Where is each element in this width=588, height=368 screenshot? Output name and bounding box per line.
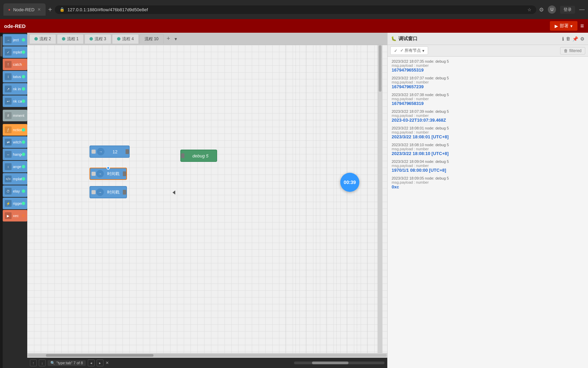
canvas-hscrollbar[interactable] [27,353,387,358]
user-icon[interactable]: U [548,5,556,14]
browser-tab[interactable]: ● Node-RED ✕ [3,3,46,16]
range-dot [22,165,25,168]
star-icon[interactable]: ☆ [527,7,532,12]
sidebar-item-delay[interactable]: ⏱ elay [3,185,27,197]
inject-arrow-icon: → [97,148,104,155]
lock-icon: 🔒 [60,7,65,12]
bottom-bar: ↑ ↓ 🔍 "type:tab" 7 of 8 ◂ ▸ ✕ [27,358,387,368]
switch-icon: ⇄ [5,139,12,145]
sidebar-item-linkcall-label: nk call [13,99,22,103]
panel-header: 🐛 调试窗口 ℹ 🗑 📌 ⚙ [388,33,588,45]
right-panel: 🐛 调试窗口 ℹ 🗑 📌 ⚙ ✓ ✓ 所有节点 ▾ 🗑 filtered 202… [387,33,588,368]
sidebar-item-status[interactable]: i tatus [3,71,27,82]
panel-clear-icon[interactable]: 🗑 [566,36,570,41]
comment-icon: # [5,112,12,119]
search-next-button[interactable]: ▸ [97,359,103,366]
canvas-vscrollbar[interactable] [378,45,382,353]
debug-value-1[interactable]: 1679479657239 [392,84,584,89]
sidebar-item-trigger[interactable]: ⚡ rigger [3,198,27,209]
tab-flow2[interactable]: 流程 2 [29,34,56,44]
inject-icon: → [5,36,12,43]
sidebar-item-function[interactable]: ƒ nction [3,124,27,136]
node-inject[interactable]: → 12 [89,145,130,158]
switch1-right-port [123,171,126,176]
filter-all-nodes-button[interactable]: ✓ ✓ 所有节点 ▾ [390,46,428,55]
add-tab-button[interactable]: + [164,35,173,43]
sidebar-item-linkcall[interactable]: ↩ nk call [3,95,27,107]
debug-value-4[interactable]: 2023/3/22 18:08:01 [UTC+8] [392,134,584,139]
bottom-hscroll[interactable] [294,362,385,364]
login-btn[interactable]: 登录 [560,6,575,14]
bottom-up-button[interactable]: ↑ [30,359,37,366]
debug-value-5[interactable]: 2023/3/22 18:08:10 [UTC+8] [392,151,584,156]
debug-entry-3: 2023/3/22 18:07:39 node: debug 5 msg.pay… [392,109,584,123]
debug-meta-0: 2023/3/22 18:07:35 node: debug 5 [392,59,584,63]
deploy-button[interactable]: ▶ 部署 ▾ [550,21,577,31]
browser-icons: ⚙ U 登录 — [539,5,585,14]
panel-info-icon[interactable]: ℹ [562,36,564,42]
tab-flow10[interactable]: 流程 10 [140,34,164,44]
search-text: "type:tab" 7 of 8 [56,361,83,365]
search-icon: 🔍 [50,361,55,365]
debug-value-0[interactable]: 1679479655319 [392,67,584,73]
sidebar-item-exec[interactable]: ▶ xec [3,210,27,221]
sidebar-item-complete[interactable]: ✓ mplete [3,46,27,58]
panel-toolbar: ✓ ✓ 所有节点 ▾ 🗑 filtered [388,45,588,57]
filtered-button[interactable]: 🗑 filtered [560,47,585,55]
canvas-hscroll-track [28,354,387,357]
address-bar[interactable]: 🔒 127.0.0.1:1880/#flow/476b817d9d50e8ef … [55,5,536,14]
panel-settings-icon[interactable]: ⚙ [580,36,585,42]
debug-payload-5: msg.payload : number [392,147,584,151]
tab-flow4[interactable]: 流程 4 [112,34,139,44]
panel-content: 2023/3/22 18:07:35 node: debug 5 msg.pay… [388,57,588,368]
deploy-label: 部署 [560,23,569,29]
canvas[interactable]: → 12 → 时间戳 → 时间戳 [27,45,387,353]
sidebar-item-catch[interactable]: ! catch [3,59,27,70]
inject-right-port [126,149,129,154]
node-switch1[interactable]: → 时间戳 [89,168,127,180]
debug-value-3[interactable]: 2023-03-22T10:07:39.468Z [392,118,584,123]
debug-entry-1: 2023/3/22 18:07:37 node: debug 5 msg.pay… [392,76,584,89]
node-debug[interactable]: debug 5 [180,150,217,162]
new-tab-button[interactable]: + [48,6,52,14]
tab-flow3[interactable]: 流程 3 [84,34,111,44]
ext-icon[interactable]: ⚙ [539,6,544,13]
sidebar-item-linkin-label: nk in [13,87,22,91]
sidebar-item-linkin[interactable]: ↗ nk in [3,83,27,95]
sidebar-item-complete-label: mplete [13,50,22,54]
debug-value-2[interactable]: 1679479658319 [392,101,584,106]
tab-scroll-down[interactable]: ▾ [173,35,178,42]
search-close-button[interactable]: ✕ [105,361,109,365]
tab-flow1[interactable]: 流程 1 [57,34,84,44]
debug-value-7[interactable]: 0xc [392,184,584,189]
debug-entry-4: 2023/3/22 18:08:01 node: debug 5 msg.pay… [392,126,584,139]
sidebar-item-inject[interactable]: → ject [3,34,27,46]
minimize-icon[interactable]: — [579,6,585,13]
sidebar-item-function-label: nction [13,128,22,132]
sidebar-item-status-label: tatus [13,75,22,79]
sidebar-item-comment[interactable]: # mment [3,110,27,121]
sidebar-item-range[interactable]: ↕ ange [3,161,27,172]
tab-close-button[interactable]: ✕ [37,7,41,12]
sidebar-item-change[interactable]: ↔ hange [3,149,27,160]
switch2-right-port [123,190,126,195]
sidebar-item-template-label: mplate [13,177,22,181]
search-prev-button[interactable]: ◂ [88,359,95,366]
debug-value-6[interactable]: 1970/1/1 08:00:00 [UTC+8] [392,168,584,173]
switch2-arrow-icon: → [96,188,104,196]
sidebar-item-switch[interactable]: ⇄ witch [3,136,27,148]
panel-pin-icon[interactable]: 📌 [572,36,578,42]
sidebar-scrollbar[interactable] [0,33,3,368]
menu-button[interactable]: ≡ [580,22,584,30]
main-layout: → ject ✓ mplete ! catch i tatus [0,33,588,368]
sidebar-item-inject-label: ject [13,38,22,42]
sidebar-item-template[interactable]: </> mplate [3,173,27,185]
node-switch2[interactable]: → 时间戳 [89,186,127,198]
timer-circle: 00:39 [340,173,359,192]
tab-flow2-circle [34,37,38,41]
debug-panel-icon: 🐛 [391,36,396,41]
filter-label: ✓ 所有节点 [400,48,421,53]
debug-entry-0: 2023/3/22 18:07:35 node: debug 5 msg.pay… [392,59,584,73]
template-dot [22,177,25,181]
bottom-down-button[interactable]: ↓ [39,359,46,366]
